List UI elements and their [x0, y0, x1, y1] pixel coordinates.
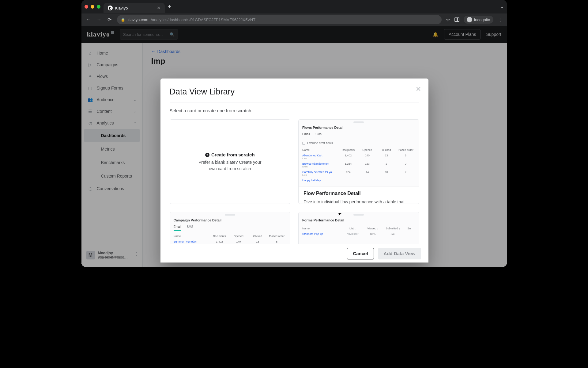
- scratch-title: + Create from scratch: [205, 152, 255, 157]
- window-fullscreen-button[interactable]: [97, 5, 100, 9]
- incognito-icon: [467, 17, 472, 22]
- url-host: klaviyo.com: [128, 17, 149, 22]
- table-header: NameList ↓Viewed ↓Submitted ↓Su: [302, 226, 415, 231]
- add-data-view-button[interactable]: Add Data View: [378, 248, 421, 259]
- table-header: NameRecipientsOpenedClickedPlaced order: [174, 233, 287, 239]
- forward-button[interactable]: →: [96, 17, 102, 22]
- thumb-title: Campaign Performance Detail: [174, 218, 287, 222]
- checkbox-label: Exclude draft flows: [307, 141, 333, 145]
- checkbox-icon: [302, 142, 305, 145]
- table-header: NameRecipientsOpenedClickedPlaced order: [302, 147, 415, 153]
- data-view-library-modal: ✕ Data View Library Select a card or cre…: [160, 79, 428, 263]
- thumb-title: Forms Performance Detail: [302, 218, 415, 222]
- exclude-draft-checkbox: Exclude draft flows: [302, 141, 415, 145]
- tab-title: Klaviyo: [115, 6, 128, 10]
- toolbar-right: ☆ Incognito ⋮: [446, 16, 503, 24]
- table-row: Carefully selected for youLive12414102: [302, 169, 415, 178]
- modal-title: Data View Library: [170, 87, 419, 97]
- reload-button[interactable]: ⟳: [107, 17, 113, 23]
- tab-favicon: ◐: [108, 6, 113, 10]
- tab-sms: SMS: [315, 132, 322, 138]
- drag-handle-icon: [353, 214, 364, 216]
- table-row: Browse AbandonmentDraft1,23412320: [302, 161, 415, 169]
- url-path: /analytics/dashboards/01GDASFCJZP1SMVE96…: [151, 17, 255, 22]
- browser-tab[interactable]: ◐ Klaviyo ✕: [104, 3, 165, 13]
- tab-email: Email: [174, 225, 181, 231]
- card-meta: Flow Performance Detail Dive into indivi…: [299, 186, 419, 204]
- thumb-tabs: Email SMS: [302, 132, 415, 138]
- thumb-title: Flows Performance Detail: [302, 126, 415, 129]
- lock-icon: 🔒: [121, 17, 125, 22]
- card-thumbnail: Campaign Performance Detail Email SMS Na…: [170, 212, 290, 244]
- scratch-description: Prefer a blank slate? Create your own ca…: [196, 159, 264, 172]
- incognito-label: Incognito: [474, 17, 490, 22]
- address-bar[interactable]: 🔒 klaviyo.com/analytics/dashboards/01GDA…: [117, 15, 442, 24]
- card-create-from-scratch[interactable]: + Create from scratch Prefer a blank sla…: [170, 119, 291, 204]
- bookmark-star-icon[interactable]: ☆: [446, 17, 450, 23]
- card-description: Dive into individual flow performance wi…: [303, 199, 414, 204]
- table-row: Summer PromotionSent on 4/21/211,4021401…: [174, 239, 287, 244]
- scratch-title-text: Create from scratch: [211, 152, 255, 157]
- window-close-button[interactable]: [85, 5, 88, 9]
- modal-footer: Cancel Add Data View: [160, 244, 428, 263]
- plus-circle-icon: +: [205, 153, 209, 157]
- table-row: Abandoned CartLive1,402140135: [302, 153, 415, 161]
- traffic-lights: [85, 5, 100, 9]
- tab-bar: ◐ Klaviyo ✕ + ⌄: [81, 0, 507, 13]
- card-title: Flow Performance Detail: [303, 191, 414, 196]
- tab-email: Email: [302, 132, 310, 138]
- modal-header: Data View Library: [160, 79, 428, 97]
- drag-handle-icon: [225, 214, 235, 216]
- card-flow-performance-detail[interactable]: Flows Performance Detail Email SMS Exclu…: [298, 119, 419, 204]
- tab-sms: SMS: [187, 225, 194, 231]
- panel-icon[interactable]: [454, 17, 459, 22]
- card-forms-performance-detail[interactable]: Forms Performance Detail NameList ↓Viewe…: [298, 212, 419, 244]
- toolbar: ← → ⟳ 🔒 klaviyo.com/analytics/dashboards…: [81, 13, 507, 26]
- new-tab-button[interactable]: +: [168, 3, 172, 10]
- card-campaign-performance-detail[interactable]: Campaign Performance Detail Email SMS Na…: [170, 212, 291, 244]
- tabs-overflow-icon[interactable]: ⌄: [500, 4, 504, 9]
- card-thumbnail: Forms Performance Detail NameList ↓Viewe…: [299, 212, 419, 244]
- kebab-menu-icon[interactable]: ⋮: [498, 17, 503, 23]
- modal-body: + Create from scratch Prefer a blank sla…: [160, 113, 428, 244]
- incognito-badge: Incognito: [464, 16, 493, 24]
- browser-window: ◐ Klaviyo ✕ + ⌄ ← → ⟳ 🔒 klaviyo.com/anal…: [81, 0, 507, 267]
- close-icon[interactable]: ✕: [416, 85, 421, 93]
- app-root: klaviyo Search for someone… 🔍 🔔 Account …: [81, 26, 507, 267]
- card-thumbnail: Flows Performance Detail Email SMS Exclu…: [299, 120, 419, 186]
- tab-close-icon[interactable]: ✕: [157, 6, 160, 10]
- back-button[interactable]: ←: [86, 17, 92, 22]
- cancel-button[interactable]: Cancel: [347, 248, 374, 259]
- thumb-tabs: Email SMS: [174, 225, 287, 231]
- table-row: Happy birthday: [302, 178, 415, 183]
- table-row: Standard Pop-upNewsletter83%540: [302, 231, 415, 237]
- window-minimize-button[interactable]: [91, 5, 94, 9]
- drag-handle-icon: [353, 121, 364, 123]
- modal-subtitle: Select a card or create one from scratch…: [160, 102, 428, 113]
